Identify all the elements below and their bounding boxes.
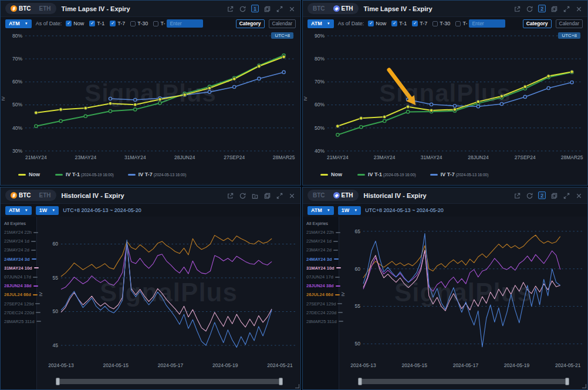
checkbox-t-7[interactable]: ✓T-7 [110,21,125,26]
legend-item[interactable]: IV T-1(2024-05-19 16:00) [357,172,416,177]
svg-text:2024-05-21: 2024-05-21 [555,362,581,368]
expiry-item[interactable]: 27SEP24 129d [306,300,339,308]
legend-item[interactable]: Now [320,172,343,177]
close-icon[interactable] [575,5,583,12]
time-range-scrollbar[interactable] [359,379,569,384]
t-custom-input[interactable]: Enter [167,19,203,28]
window-number-badge[interactable]: 2 [538,191,546,199]
scrollbar-right-handle[interactable] [565,378,569,385]
expiry-item[interactable]: 28MAR25 311d [306,317,339,326]
expiry-item[interactable]: 28JUN24 38d [4,281,36,290]
duplicate-icon[interactable] [550,5,558,12]
refresh-icon[interactable] [526,191,533,199]
t-custom-input[interactable]: Enter [469,19,505,28]
expiry-item[interactable]: 21MAY24 22h [306,228,339,237]
checkbox-t-[interactable]: T- [455,21,467,26]
tab-btc[interactable]: ฿BTC [6,192,35,199]
refresh-icon[interactable] [526,5,533,12]
expiry-item[interactable]: 24MAY24 3d [306,255,339,264]
expiry-item[interactable]: 27DEC24 220d [4,308,36,317]
expand-icon[interactable] [563,191,570,199]
expiry-item[interactable]: 27DEC24 220d [306,308,339,317]
expiry-item[interactable]: 21MAY24 22h [4,228,36,237]
close-icon[interactable] [288,191,296,199]
tab-eth[interactable]: ◆ETH [329,192,357,199]
tab-eth[interactable]: ETH [35,5,55,12]
category-button[interactable]: Category [236,19,265,28]
refresh-icon[interactable] [239,5,246,12]
checkbox-t-7[interactable]: ✓T-7 [412,21,427,26]
tab-eth[interactable]: ◆ETH [329,5,357,12]
historical-iv-chart[interactable]: 455055602024-05-132024-05-152024-05-1720… [37,217,300,376]
expiry-item[interactable]: 28JUN24 38d [306,281,339,290]
window-number-badge[interactable]: 2 [538,5,546,12]
checkbox-t-[interactable]: T- [153,21,165,26]
expand-icon[interactable] [276,191,283,199]
time-range-scrollbar[interactable] [56,379,282,384]
legend-item[interactable]: IV T-1(2024-05-19 16:00) [55,172,114,177]
expiry-item[interactable]: 07JUN24 17d [4,273,36,281]
atm-dropdown[interactable]: ATM▼ [5,19,32,28]
checkbox-t-1[interactable]: ✓T-1 [89,21,104,26]
checkbox-label: T-1 [97,21,104,26]
category-button[interactable]: Category [523,19,552,28]
time-lapse-chart[interactable]: 40%50%60%70%80%90%21MAY2423MAY2431MAY242… [303,30,587,167]
calendar-button[interactable]: Calendar [556,19,583,28]
external-link-icon[interactable] [227,191,234,199]
external-link-icon[interactable] [513,191,521,199]
expiry-item[interactable]: 26JUL24 66d [306,290,339,299]
expiry-item[interactable]: 22MAY24 1d [4,237,36,246]
checkbox-t-30[interactable]: T-30 [130,21,148,26]
close-icon[interactable] [288,5,296,12]
btc-icon: ฿ [11,5,17,12]
expiry-item[interactable]: 26JUL24 66d [4,290,36,299]
expiry-item[interactable]: 31MAY24 10d [306,264,339,273]
expiry-item[interactable]: 28MAR25 311d [4,317,36,326]
expiry-item[interactable]: 22MAY24 1d [306,237,339,246]
legend-item[interactable]: Now [18,172,41,177]
duplicate-icon[interactable] [263,5,271,12]
window-number-badge[interactable]: 1 [251,5,259,12]
checkbox-t-1[interactable]: ✓T-1 [391,21,407,26]
expand-icon[interactable] [563,5,570,12]
scrollbar-left-handle[interactable] [56,378,60,385]
duplicate-icon[interactable] [550,191,558,199]
legend-item[interactable]: IV T-7(2024-05-13 16:00) [430,172,489,177]
checkbox-now[interactable]: ✓Now [66,21,84,26]
tab-btc[interactable]: ฿BTC [6,5,35,12]
expiry-item[interactable]: 07JUN24 17d [306,273,339,281]
legend-item[interactable]: IV T-7(2024-05-13 16:00) [128,172,187,177]
refresh-icon[interactable] [239,191,246,199]
expiry-item[interactable]: 24MAY24 3d [4,255,36,264]
resize-handle[interactable] [295,384,299,388]
atm-dropdown[interactable]: ATM▼ [307,19,334,28]
expiry-label: 27DEC24 220d [306,310,336,315]
checkbox-now[interactable]: ✓Now [368,21,386,26]
expiry-item[interactable]: 23MAY24 2d [306,246,339,254]
scrollbar-left-handle[interactable] [358,378,362,385]
atm-dropdown[interactable]: ATM▼ [5,206,32,215]
tab-btc[interactable]: BTC [309,192,329,199]
folder-icon[interactable] [251,191,259,199]
external-link-icon[interactable] [227,5,234,12]
historical-iv-chart[interactable]: 505560652024-05-132024-05-152024-05-1720… [339,217,587,376]
resize-handle[interactable] [582,384,586,388]
tab-btc[interactable]: BTC [309,5,329,12]
checkbox-t-30[interactable]: T-30 [432,21,450,26]
svg-text:60%: 60% [12,79,22,85]
chart-area: IV UTC+8 SignalPlus 30%40%50%60%70%80%21… [1,30,300,167]
close-icon[interactable] [575,191,583,199]
external-link-icon[interactable] [513,5,521,12]
time-lapse-chart[interactable]: 30%40%50%60%70%80%21MAY2423MAY2431MAY242… [1,30,300,167]
period-dropdown[interactable]: 1W▼ [338,206,361,215]
scrollbar-right-handle[interactable] [279,378,283,385]
tab-eth[interactable]: ETH [35,192,55,199]
duplicate-icon[interactable] [263,191,271,199]
period-dropdown[interactable]: 1W▼ [36,206,59,215]
atm-dropdown[interactable]: ATM▼ [307,206,334,215]
expand-icon[interactable] [276,5,283,12]
calendar-button[interactable]: Calendar [269,19,296,28]
expiry-item[interactable]: 27SEP24 129d [4,300,36,308]
expiry-item[interactable]: 23MAY24 2d [4,246,36,254]
expiry-item[interactable]: 31MAY24 10d [4,264,36,273]
